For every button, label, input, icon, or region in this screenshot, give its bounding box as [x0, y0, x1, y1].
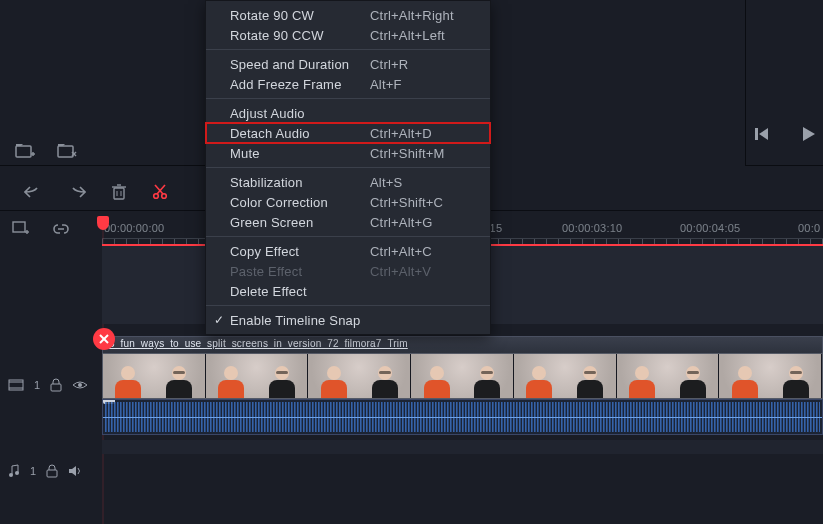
timeline-toolbar	[0, 216, 70, 242]
thumbnail	[411, 354, 514, 398]
lock-icon[interactable]	[50, 378, 62, 392]
menu-item-shortcut: Ctrl+R	[370, 57, 408, 72]
menu-item-shortcut: Ctrl+Alt+C	[370, 244, 432, 259]
menu-item-label: Green Screen	[230, 215, 370, 230]
menu-item-label: Color Correction	[230, 195, 370, 210]
thumbnail	[308, 354, 411, 398]
thumbnail	[719, 354, 822, 398]
menu-item-label: Rotate 90 CW	[230, 8, 370, 23]
music-note-icon	[8, 464, 20, 478]
svg-marker-1	[759, 128, 768, 140]
filmstrip-icon	[8, 379, 24, 391]
svg-rect-26	[51, 384, 61, 391]
menu-item-stabilization[interactable]: StabilizationAlt+S	[206, 172, 490, 192]
audio-track-index: 1	[30, 465, 36, 477]
menu-item-label: Enable Timeline Snap	[230, 313, 370, 328]
menu-item-delete-effect[interactable]: Delete Effect	[206, 281, 490, 301]
menu-separator	[206, 236, 490, 237]
thumbnail	[617, 354, 720, 398]
menu-item-label: Mute	[230, 146, 370, 161]
menu-item-color-correction[interactable]: Color CorrectionCtrl+Shift+C	[206, 192, 490, 212]
svg-point-29	[15, 471, 19, 475]
preview-panel	[745, 0, 823, 166]
menu-item-add-freeze-frame[interactable]: Add Freeze FrameAlt+F	[206, 74, 490, 94]
svg-point-28	[9, 473, 13, 477]
context-menu: Rotate 90 CWCtrl+Alt+RightRotate 90 CCWC…	[205, 0, 491, 335]
menu-item-enable-timeline-snap[interactable]: ✓Enable Timeline Snap	[206, 310, 490, 330]
menu-item-shortcut: Ctrl+Alt+Left	[370, 28, 445, 43]
thumbnail	[514, 354, 617, 398]
eye-icon[interactable]	[72, 379, 88, 391]
svg-rect-3	[16, 146, 31, 157]
audio-track-header: 1	[0, 464, 102, 478]
thumbnail	[206, 354, 309, 398]
clip-thumbnails	[102, 353, 823, 399]
menu-item-shortcut: Ctrl+Shift+C	[370, 195, 443, 210]
menu-item-adjust-audio[interactable]: Adjust Audio	[206, 103, 490, 123]
clip-audio-waveform[interactable]	[102, 399, 823, 435]
menu-item-label: Rotate 90 CCW	[230, 28, 370, 43]
playhead-handle[interactable]	[97, 216, 109, 230]
lock-icon[interactable]	[46, 464, 58, 478]
menu-item-rotate-90-cw[interactable]: Rotate 90 CWCtrl+Alt+Right	[206, 5, 490, 25]
menu-separator	[206, 49, 490, 50]
menu-separator	[206, 98, 490, 99]
menu-item-paste-effect: Paste EffectCtrl+Alt+V	[206, 261, 490, 281]
thumbnail	[103, 354, 206, 398]
delete-folder-icon[interactable]	[57, 142, 77, 160]
clip-marker-close-icon[interactable]	[93, 328, 115, 350]
menu-item-rotate-90-ccw[interactable]: Rotate 90 CCWCtrl+Alt+Left	[206, 25, 490, 45]
menu-item-label: Adjust Audio	[230, 106, 370, 121]
menu-item-shortcut: Ctrl+Alt+Right	[370, 8, 454, 23]
menu-item-speed-and-duration[interactable]: Speed and DurationCtrl+R	[206, 54, 490, 74]
video-clip[interactable]: 3_fun_ways_to_use_split_screens_in_versi…	[102, 336, 823, 436]
scissors-icon[interactable]	[152, 184, 168, 200]
svg-rect-6	[58, 146, 73, 157]
redo-icon[interactable]	[68, 185, 86, 199]
svg-rect-18	[13, 222, 25, 232]
menu-item-label: Paste Effect	[230, 264, 370, 279]
svg-marker-2	[803, 127, 815, 141]
svg-rect-9	[114, 188, 124, 199]
play-icon[interactable]	[799, 125, 817, 143]
previous-frame-icon[interactable]	[753, 125, 771, 143]
menu-item-shortcut: Alt+F	[370, 77, 402, 92]
menu-item-shortcut: Ctrl+Alt+V	[370, 264, 431, 279]
timecode: 00:00:00:00	[104, 222, 164, 234]
timecode: 00:00:03:10	[562, 222, 622, 234]
link-icon[interactable]	[52, 221, 70, 237]
speaker-icon[interactable]	[68, 465, 82, 477]
menu-item-mute[interactable]: MuteCtrl+Shift+M	[206, 143, 490, 163]
menu-item-label: Speed and Duration	[230, 57, 370, 72]
menu-item-shortcut: Alt+S	[370, 175, 402, 190]
menu-item-label: Copy Effect	[230, 244, 370, 259]
new-folder-icon[interactable]	[15, 142, 35, 160]
menu-item-detach-audio[interactable]: Detach AudioCtrl+Alt+D	[206, 123, 490, 143]
svg-rect-0	[755, 128, 758, 140]
menu-item-shortcut: Ctrl+Alt+D	[370, 126, 432, 141]
svg-rect-30	[47, 470, 57, 477]
menu-item-label: Detach Audio	[230, 126, 370, 141]
menu-item-copy-effect[interactable]: Copy EffectCtrl+Alt+C	[206, 241, 490, 261]
menu-separator	[206, 167, 490, 168]
menu-item-label: Stabilization	[230, 175, 370, 190]
menu-item-shortcut: Ctrl+Alt+G	[370, 215, 433, 230]
video-track-index: 1	[34, 379, 40, 391]
menu-item-green-screen[interactable]: Green ScreenCtrl+Alt+G	[206, 212, 490, 232]
menu-item-label: Delete Effect	[230, 284, 370, 299]
check-icon: ✓	[214, 313, 224, 327]
undo-icon[interactable]	[24, 185, 42, 199]
track-gutter	[102, 440, 823, 454]
timecode: 00:00:04:05	[680, 222, 740, 234]
menu-item-shortcut: Ctrl+Shift+M	[370, 146, 445, 161]
media-library	[0, 0, 205, 166]
delete-icon[interactable]	[112, 184, 126, 200]
timecode: 00:0	[798, 222, 820, 234]
svg-marker-31	[69, 466, 76, 476]
add-timeline-icon[interactable]	[12, 221, 30, 237]
edit-toolbar	[0, 175, 168, 209]
clip-name: 3_fun_ways_to_use_split_screens_in_versi…	[102, 336, 823, 353]
video-track-header: 1	[0, 378, 102, 392]
svg-point-27	[78, 383, 82, 387]
menu-separator	[206, 305, 490, 306]
